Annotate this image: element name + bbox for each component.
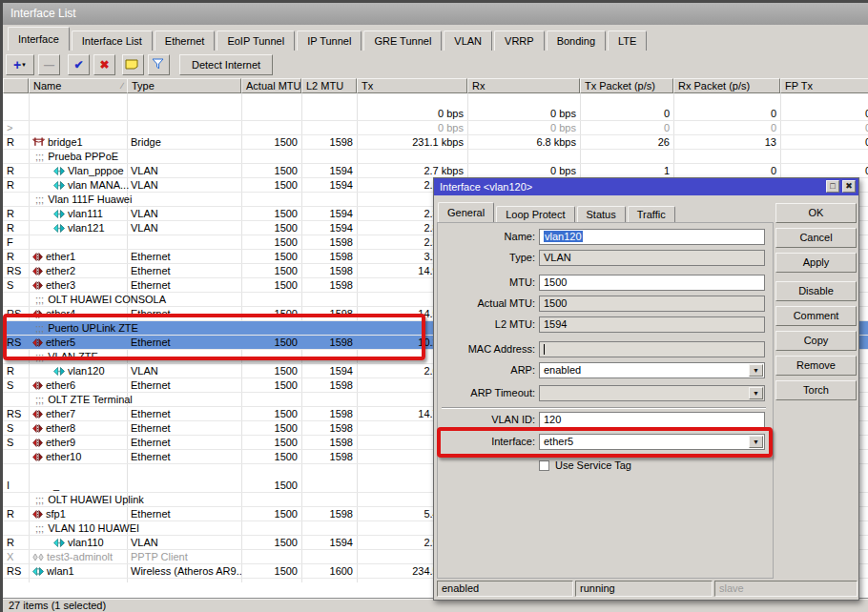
tab-vrrp[interactable]: VRRP (494, 31, 545, 51)
column-header-fp-tx[interactable]: FP Tx (780, 78, 868, 93)
flags-cell: S (3, 278, 29, 293)
l2_mtu-cell (301, 107, 357, 121)
comment-marker: ;;; (35, 494, 44, 505)
add-button[interactable]: +▼ (6, 54, 34, 75)
close-button[interactable]: ✖ (842, 180, 856, 193)
tab-interface-list[interactable]: Interface List (72, 31, 153, 51)
type-cell (127, 121, 241, 135)
type-cell: Wireless (Atheros AR9... (127, 564, 241, 579)
tab-bonding[interactable]: Bonding (547, 31, 606, 51)
filter-button[interactable] (148, 54, 170, 75)
tab-interface[interactable]: Interface (8, 27, 70, 51)
interface-row-bridge1[interactable]: Rbridge1Bridge15001598231.1 kbps6.8 kbps… (3, 135, 868, 150)
vlan-id-input[interactable]: 120 (539, 412, 765, 428)
flags-cell: R (3, 364, 29, 378)
tx-cell: 0 bps (357, 121, 467, 135)
column-header-type[interactable]: Type (127, 78, 241, 93)
tab-strip: InterfaceInterface ListEthernetEoIP Tunn… (3, 25, 868, 51)
cancel-button[interactable]: Cancel (775, 228, 857, 248)
l2_mtu-cell: 1598 (301, 421, 357, 436)
column-header-tx[interactable]: Tx (357, 78, 467, 93)
tab-eoip-tunnel[interactable]: EoIP Tunnel (217, 31, 295, 51)
name-cell: bridge1 (29, 135, 130, 150)
remove-button-dialog[interactable]: Remove (775, 356, 857, 376)
interface-name: _ (53, 479, 59, 491)
interface-name: ether6 (46, 379, 75, 391)
column-header-l2-mtu[interactable]: L2 MTU (301, 78, 357, 93)
arp-dropdown-button[interactable]: ▼ (749, 364, 763, 377)
torch-button[interactable]: Torch (775, 380, 857, 400)
comment-row[interactable]: ;;;Prueba PPPoE (3, 150, 868, 164)
comment-button[interactable] (122, 54, 144, 75)
interface-dropdown-button[interactable]: ▼ (749, 436, 763, 448)
dialog-tab-traffic[interactable]: Traffic (628, 206, 675, 223)
dialog-tab-status[interactable]: Status (577, 206, 626, 223)
name-value: vlan120 (544, 231, 583, 242)
column-header-rx[interactable]: Rx (467, 78, 580, 93)
enable-button[interactable]: ✔ (68, 54, 90, 75)
flags-cell: R (3, 178, 29, 193)
l2_mtu-cell: 1598 (301, 307, 357, 321)
comment-cell: ;;;VLAN ZTE (31, 350, 413, 364)
fp_tx-cell: 0 bps (780, 164, 868, 178)
interface-name: ether2 (46, 265, 75, 276)
column-header-tx-packet-p-s-[interactable]: Tx Packet (p/s) (580, 78, 673, 93)
use-service-tag-checkbox[interactable] (539, 460, 549, 471)
tab-vlan[interactable]: VLAN (444, 31, 492, 51)
maximize-button[interactable]: □ (826, 180, 839, 193)
name-cell: vlan120 (29, 364, 130, 378)
disable-button-dialog[interactable]: Disable (775, 281, 857, 301)
flags-cell: R (3, 536, 29, 550)
interface-row[interactable]: >0 bps0 bps000 bps (3, 121, 868, 135)
arp-timeout-dropdown-button[interactable]: ▼ (749, 387, 763, 399)
torch-label: Torch (803, 384, 829, 396)
name-input[interactable]: vlan120 (539, 229, 765, 245)
interface-dropdown[interactable]: ether5 ▼ (539, 434, 765, 450)
l2_mtu-cell (301, 550, 357, 564)
apply-button[interactable]: Apply (775, 253, 857, 273)
interface-name: vlan MANA... (68, 179, 129, 191)
flags-cell: RS (3, 264, 29, 278)
column-header-flags[interactable] (3, 78, 29, 93)
cancel-label: Cancel (799, 232, 832, 243)
copy-button[interactable]: Copy (775, 331, 857, 351)
interface-row[interactable]: 0 bps0 bps000 bps (3, 107, 868, 121)
type-cell: VLAN (127, 364, 241, 378)
detect-internet-button[interactable]: Detect Internet (179, 54, 273, 75)
column-header-actual-mtu[interactable]: Actual MTU (241, 78, 301, 93)
tab-lte[interactable]: LTE (608, 31, 647, 51)
type-cell: Ethernet (127, 278, 241, 293)
type-cell: Ethernet (127, 307, 241, 321)
dialog-tab-loop-protect[interactable]: Loop Protect (496, 206, 574, 223)
name-cell: vlan121 (29, 221, 130, 235)
arp-timeout-dropdown[interactable]: ▼ (539, 385, 765, 401)
tab-ethernet[interactable]: Ethernet (155, 31, 216, 51)
tab-gre-tunnel[interactable]: GRE Tunnel (363, 31, 442, 51)
type-cell: Ethernet (127, 436, 241, 450)
ethernet-icon (32, 453, 43, 461)
window-titlebar[interactable]: Interface List (3, 3, 868, 25)
remove-button[interactable]: — (38, 54, 60, 75)
dialog-tab-general[interactable]: General (438, 202, 494, 223)
rx-cell: 0 bps (467, 107, 580, 121)
comment-button-dialog[interactable]: Comment (775, 306, 857, 326)
column-header-name[interactable]: Name∕ (29, 78, 130, 93)
flags-cell: R (3, 164, 29, 178)
mtu-input[interactable]: 1500 (539, 275, 765, 291)
mtu-value: 1500 (544, 276, 567, 288)
arp-dropdown[interactable]: enabled ▼ (539, 362, 765, 378)
tx-cell: 2.7 kbps (357, 164, 467, 178)
l2_mtu-cell (301, 479, 357, 493)
disable-button[interactable]: ✖ (93, 54, 115, 75)
tab-ip-tunnel[interactable]: IP Tunnel (297, 31, 362, 51)
interface-row-Vlan_pppoe[interactable]: RVlan_pppoeVLAN150015942.7 kbps0 bps100 … (3, 164, 868, 178)
ok-button[interactable]: OK (775, 203, 857, 223)
column-header-rx-packet-p-s-[interactable]: Rx Packet (p/s) (673, 78, 780, 93)
l2_mtu-cell: 1598 (301, 450, 357, 464)
type-cell: Ethernet (127, 378, 241, 393)
dialog-titlebar[interactable]: Interface <vlan120> (434, 178, 858, 195)
type-cell: Ethernet (127, 407, 241, 421)
l2_mtu-cell (301, 121, 357, 135)
interface-value: ether5 (544, 436, 573, 447)
type-value: VLAN (544, 252, 571, 263)
